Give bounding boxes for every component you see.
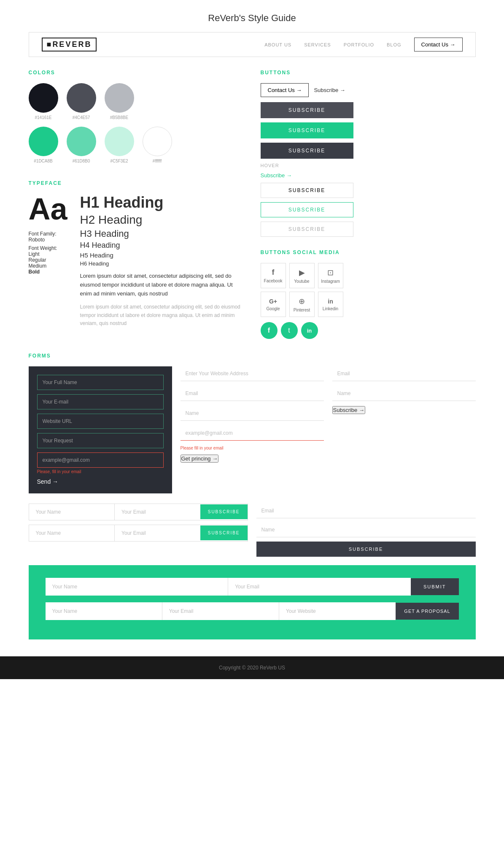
hover-btn-2[interactable]: SUBSCRIBE <box>261 202 353 217</box>
swatch-white: #ffffff <box>143 127 172 163</box>
social-section: BUTTONS SOCIAL MEDIA f Facebook ▶ Youtub… <box>261 249 476 339</box>
nav-logo: ■REVERB <box>42 38 97 51</box>
nl2-email-input[interactable] <box>114 525 200 541</box>
swatch-gray: #B5B8BE <box>105 83 134 120</box>
send-button[interactable]: Send → <box>37 478 59 485</box>
social-youtube[interactable]: ▶ Youtube <box>289 263 315 288</box>
mid-error-input[interactable] <box>181 426 324 441</box>
nl1-name-input[interactable] <box>29 504 115 520</box>
social-pinterest[interactable]: ⊕ Pinterest <box>289 292 315 317</box>
hover-label: HOVER <box>261 163 476 168</box>
dark-website-input[interactable] <box>37 414 164 429</box>
social-label-instagram: Instagram <box>321 279 340 284</box>
dark-email-input[interactable] <box>37 394 164 409</box>
social-label: BUTTONS SOCIAL MEDIA <box>261 249 476 255</box>
font-family-label: Font Family: Roboto <box>29 231 67 243</box>
mid-website-input[interactable] <box>181 366 324 381</box>
dark-request-input[interactable] <box>37 433 164 448</box>
google-icon: G+ <box>269 298 277 305</box>
social-label-linkedin: Linkedin <box>323 306 338 311</box>
swatch-darkgray: #4C4E57 <box>67 83 96 120</box>
typeface-label: TYPEFACE <box>29 180 244 186</box>
buttons-section: BUTTONS Contact Us → Subscribe → SUBSCRI… <box>261 70 476 237</box>
mid-form: Please fill in your email Get princing → <box>181 366 324 493</box>
newsletter-left: SUBSCRIBE SUBSCRIBE <box>29 504 248 542</box>
btn-row-top: Contact Us → Subscribe → <box>261 83 476 97</box>
color-row-green: #1DCA8B #61D8B0 #C5F3E2 #ffffff <box>29 127 244 163</box>
nav-links: ABOUT US SERVICES PORTFOLIO BLOG <box>264 42 401 47</box>
mid-email-input[interactable] <box>181 386 324 401</box>
dark-fullname-input[interactable] <box>37 375 164 390</box>
subscribe-darkgray-button[interactable]: SUBSCRIBE <box>261 143 353 159</box>
right-email-input[interactable] <box>332 366 476 381</box>
social-grid: f Facebook ▶ Youtube ⊡ Instagram G+ Goog… <box>261 263 476 317</box>
swatch-black: #14161E <box>29 83 58 120</box>
lorem-light: Lorem ipsum dolor sit amet, consectetur … <box>80 303 244 328</box>
social-google[interactable]: G+ Google <box>261 292 286 317</box>
newsletter-section: SUBSCRIBE SUBSCRIBE SUBSCRIBE <box>29 504 476 557</box>
nr-email-input[interactable] <box>256 504 476 518</box>
green-name-input[interactable] <box>46 578 228 596</box>
nl1-email-input[interactable] <box>114 504 200 520</box>
heading-col: H1 Heading H2 Heading H3 Heading H4 Head… <box>80 194 244 328</box>
nr-subscribe-button[interactable]: SUBSCRIBE <box>256 542 476 557</box>
instagram-icon: ⊡ <box>327 268 334 277</box>
right-subscribe-link[interactable]: Subscribe → <box>332 406 365 414</box>
green-section: SUBMIT GET A PROPOSAL <box>29 565 476 639</box>
nav-blog[interactable]: BLOG <box>387 42 402 47</box>
facebook-icon: f <box>272 268 275 277</box>
nav-portfolio[interactable]: PORTFOLIO <box>344 42 374 47</box>
linkedin-icon: in <box>328 298 333 305</box>
nr-name-input[interactable] <box>256 523 476 537</box>
nav-services[interactable]: SERVICES <box>304 42 331 47</box>
social-label-pinterest: Pinterest <box>294 308 310 312</box>
font-weight-info: Font Weight: Light Regular Medium Bold <box>29 245 67 275</box>
colors-section: COLORS #14161E #4C4E57 #B5B8BE <box>29 70 244 163</box>
typeface-left: Aa Font Family: Roboto Font Weight: Ligh… <box>29 194 67 328</box>
nav-about[interactable]: ABOUT US <box>264 42 291 47</box>
color-row-dark: #14161E #4C4E57 #B5B8BE <box>29 83 244 120</box>
green-form-row-2: GET A PROPOSAL <box>46 602 459 620</box>
dark-error-email-input[interactable] <box>37 452 164 468</box>
right-name-input[interactable] <box>332 386 476 401</box>
swatch-green: #1DCA8B <box>29 127 58 163</box>
hover-btn-1[interactable]: SUBSCRIBE <box>261 183 353 198</box>
subscribe-green-button[interactable]: SUBSCRIBE <box>261 122 353 138</box>
green-proposal-button[interactable]: GET A PROPOSAL <box>396 603 458 620</box>
filled-facebook[interactable]: f <box>261 322 278 339</box>
green-email-input[interactable] <box>228 578 411 596</box>
forms-section: FORMS Please, fill in your email Send → … <box>29 353 476 493</box>
green-email2-input[interactable] <box>162 602 279 620</box>
swatch-pale-green: #C5F3E2 <box>105 127 134 163</box>
mid-name-input[interactable] <box>181 406 324 421</box>
colors-label: COLORS <box>29 70 244 76</box>
filled-linkedin[interactable]: in <box>301 322 318 339</box>
get-pricing-button[interactable]: Get princing → <box>181 455 219 463</box>
nav-contact-button[interactable]: Contact Us → <box>414 38 463 51</box>
social-filled-row: f t in <box>261 322 476 339</box>
social-linkedin[interactable]: in Linkedin <box>318 292 343 317</box>
lorem-dark: Lorem ipsum dolor sit amet, consectetur … <box>80 272 244 298</box>
mid-error-text: Please fill in your email <box>181 446 324 450</box>
social-instagram[interactable]: ⊡ Instagram <box>318 263 343 288</box>
subscribe-dark-button[interactable]: SUBSCRIBE <box>261 102 353 118</box>
hover-btn-3[interactable]: SUBSCRIBE <box>261 222 353 237</box>
nl-row-1: SUBSCRIBE <box>29 504 248 520</box>
footer: Copyright © 2020 ReVerb US <box>0 656 504 679</box>
nl1-subscribe-button[interactable]: SUBSCRIBE <box>200 504 248 519</box>
contact-us-button[interactable]: Contact Us → <box>261 83 309 97</box>
hover-subscribe-link[interactable]: Subscribe → <box>261 172 292 179</box>
youtube-icon: ▶ <box>299 268 305 277</box>
social-label-youtube: Youtube <box>294 279 309 284</box>
subscribe-link-button[interactable]: Subscribe → <box>314 87 345 93</box>
forms-label: FORMS <box>29 353 476 359</box>
nl2-name-input[interactable] <box>29 525 115 541</box>
green-website-input[interactable] <box>279 602 396 620</box>
nl-row-2: SUBSCRIBE <box>29 525 248 542</box>
nl2-subscribe-button[interactable]: SUBSCRIBE <box>200 525 248 540</box>
swatch-light-green: #61D8B0 <box>67 127 96 163</box>
social-facebook[interactable]: f Facebook <box>261 263 286 288</box>
green-name2-input[interactable] <box>46 602 162 620</box>
filled-twitter[interactable]: t <box>281 322 298 339</box>
green-submit-button[interactable]: SUBMIT <box>411 578 459 595</box>
